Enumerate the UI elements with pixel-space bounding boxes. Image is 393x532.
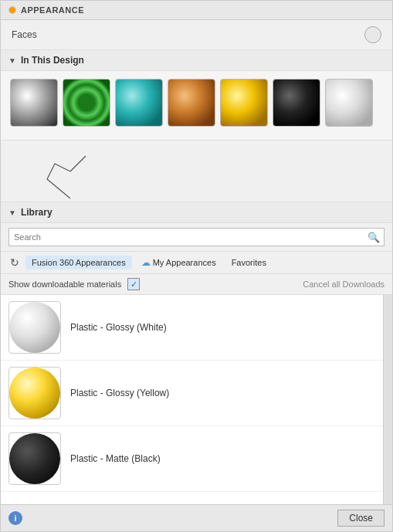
material-thumb-green-ring[interactable] [63, 79, 110, 127]
tab-my-appearances[interactable]: ☁ My Appearances [135, 255, 222, 270]
in-this-design-label: In This Design [21, 55, 84, 66]
material-thumb-black[interactable] [273, 79, 320, 127]
search-input[interactable] [8, 228, 385, 246]
material-sphere-white [8, 301, 61, 354]
appearance-panel: APPEARANCE Faces ▼ In This Design [0, 0, 393, 532]
search-wrap: 🔍 [8, 228, 385, 246]
material-item-plastic-yellow[interactable]: Plastic - Glossy (Yellow) [1, 361, 383, 426]
tab-fusion360[interactable]: Fusion 360 Appearances [25, 256, 132, 269]
material-name-plastic-black: Plastic - Matte (Black) [70, 453, 161, 464]
annotation-area [1, 141, 392, 202]
faces-label: Faces [12, 29, 37, 40]
scribble-svg [8, 148, 163, 210]
material-thumb-yellow[interactable] [220, 79, 268, 127]
refresh-button[interactable]: ↻ [7, 255, 22, 270]
cancel-downloads-link[interactable]: Cancel all Downloads [303, 280, 385, 289]
material-thumb-teal[interactable] [115, 79, 163, 127]
library-section: ▼ Library 🔍 ↻ Fusion 360 Appearances ☁ M… [1, 202, 392, 504]
material-list-area: Plastic - Glossy (White) Plastic - Gloss… [1, 295, 392, 504]
material-name-plastic-white: Plastic - Glossy (White) [70, 322, 167, 333]
material-list: Plastic - Glossy (White) Plastic - Gloss… [1, 295, 383, 504]
sphere-yellow-glossy-shape [9, 368, 60, 418]
tab-fusion360-label: Fusion 360 Appearances [32, 258, 126, 267]
panel-footer: i Close [1, 504, 392, 531]
info-button[interactable]: i [8, 511, 22, 525]
material-name-plastic-yellow: Plastic - Glossy (Yellow) [70, 388, 169, 398]
info-icon-label: i [14, 513, 16, 523]
panel-title: APPEARANCE [21, 5, 84, 15]
panel-header: APPEARANCE [1, 1, 392, 20]
material-thumb-chrome[interactable] [10, 79, 58, 127]
faces-row: Faces [1, 20, 392, 50]
search-icon: 🔍 [368, 232, 380, 243]
in-this-design-header[interactable]: ▼ In This Design [1, 50, 392, 71]
sphere-black-matte-shape [9, 433, 60, 484]
material-sphere-yellow [8, 367, 61, 419]
in-this-design-arrow: ▼ [8, 56, 16, 65]
downloads-label: Show downloadable materials [8, 280, 121, 289]
scrollbar[interactable] [383, 295, 392, 504]
appearance-icon [8, 6, 16, 14]
tab-favorites[interactable]: Favorites [225, 256, 273, 269]
material-item-plastic-white[interactable]: Plastic - Glossy (White) [1, 295, 383, 361]
downloads-checkbox[interactable]: ✓ [127, 278, 140, 290]
tab-favorites-label: Favorites [232, 258, 266, 267]
search-row: 🔍 [1, 223, 392, 252]
panel-body: Faces ▼ In This Design [1, 20, 392, 504]
downloads-row: Show downloadable materials ✓ Cancel all… [1, 274, 392, 295]
faces-toggle[interactable] [364, 26, 381, 43]
material-thumb-white[interactable] [325, 79, 373, 127]
material-thumb-copper[interactable] [168, 79, 215, 127]
material-sphere-black [8, 432, 61, 485]
cloud-icon: ☁ [141, 257, 151, 268]
tab-my-appearances-label: My Appearances [153, 258, 216, 267]
material-item-plastic-black[interactable]: Plastic - Matte (Black) [1, 426, 383, 492]
in-this-design-grid [1, 71, 392, 141]
sphere-white-glossy-shape [9, 302, 60, 353]
close-button[interactable]: Close [337, 510, 385, 527]
library-tabs: ↻ Fusion 360 Appearances ☁ My Appearance… [1, 252, 392, 274]
